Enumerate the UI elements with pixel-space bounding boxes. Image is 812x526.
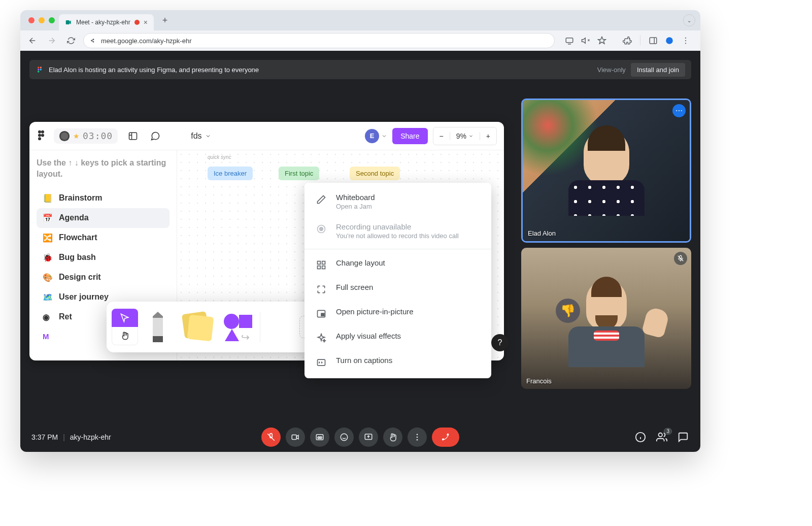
svg-point-13 [40,69,42,71]
record-icon [316,223,327,235]
reactions-button[interactable] [334,428,354,447]
maximize-window-icon[interactable] [49,17,55,23]
install-join-button[interactable]: Install and join [631,63,685,77]
chat-button[interactable] [677,431,689,443]
template-designcrit[interactable]: 🎨Design crit [37,268,170,287]
bookmark-icon[interactable] [596,35,607,46]
mute-tab-icon[interactable] [580,35,591,46]
close-window-icon[interactable] [28,17,35,23]
layout-panel-icon[interactable] [126,129,140,143]
comment-icon[interactable] [148,129,162,143]
present-button[interactable] [359,428,378,447]
template-bugbash[interactable]: 🐞Bug bash [37,248,170,268]
tile-options-icon[interactable]: ⋯ [672,104,686,117]
pip-icon [316,308,327,319]
shapes-tool[interactable]: ↪ [217,307,257,347]
profile-icon[interactable] [664,35,675,46]
svg-rect-22 [129,133,137,139]
timer-value: 03:00 [83,130,113,141]
participant-tile-elad[interactable]: ⋯ Elad Alon [521,98,691,243]
svg-point-24 [320,227,323,231]
cast-icon[interactable] [564,35,575,46]
topic-second[interactable]: Second topic [350,167,400,180]
zoom-level[interactable]: 9% [450,132,480,140]
template-flowchart[interactable]: 🔀Flowchart [37,228,170,248]
sticky-tool[interactable] [178,307,217,347]
browser-addressbar: meet.google.com/aky-hzpk-ehr [20,30,700,51]
browser-tabstrip: Meet - aky-hzpk-ehr × + ⌄ [20,10,700,30]
svg-point-15 [38,130,41,133]
menu-icon[interactable] [680,35,691,46]
tab-overflow-icon[interactable]: ⌄ [683,14,695,26]
new-tab-button[interactable]: + [158,13,172,27]
figma-timer[interactable]: ★ 03:00 [54,128,118,144]
svg-point-12 [38,69,40,71]
svg-rect-32 [292,435,296,440]
extensions-icon[interactable] [622,35,633,46]
close-tab-icon[interactable]: × [144,18,148,26]
mic-toggle-button[interactable] [261,428,281,447]
menu-pip[interactable]: Open picture-in-picture [304,301,491,325]
meet-bottombar: 3:37 PM | aky-hzpk-ehr CC 3 [20,422,700,452]
url-text: meet.google.com/aky-hzpk-ehr [101,37,191,45]
more-options-button[interactable] [408,428,427,447]
clock-time: 3:37 PM [31,433,58,441]
shapes-icon: ↪ [222,312,252,342]
browser-tab[interactable]: Meet - aky-hzpk-ehr × [59,14,154,30]
view-only-label: View-only [597,66,626,74]
help-button[interactable]: ? [491,334,509,351]
forward-button[interactable] [45,34,59,48]
menu-change-layout[interactable]: Change layout [304,252,491,277]
svg-point-6 [666,37,673,44]
hangup-button[interactable] [432,428,459,447]
participant-name: Elad Alon [528,229,556,237]
banner-text: Elad Alon is hosting an activity using F… [49,66,259,74]
minimize-window-icon[interactable] [39,17,45,23]
figma-doc-title[interactable]: fds [191,132,211,141]
pencil-tool[interactable] [138,307,178,347]
share-button[interactable]: Share [392,128,427,144]
zoom-in-button[interactable]: + [480,132,496,140]
camera-toggle-button[interactable] [286,428,305,447]
muted-icon [674,252,687,265]
map-icon: 🗺️ [43,292,53,302]
participant-tile-francois[interactable]: 👎 Francois [521,248,691,389]
topic-first[interactable]: First topic [279,167,319,180]
menu-fullscreen[interactable]: Full screen [304,277,491,301]
captions-icon [316,357,327,368]
recording-indicator-icon [134,20,140,25]
tab-title: Meet - aky-hzpk-ehr [76,19,130,26]
people-count-badge: 3 [664,428,672,435]
captions-button[interactable]: CC [310,428,329,447]
site-info-icon[interactable] [90,37,97,44]
video-tiles: ⋯ Elad Alon 👎 Francois [521,98,691,394]
fullscreen-icon [316,284,327,295]
template-agenda[interactable]: 📅Agenda [37,208,170,228]
sidebar-hint: Use the ↑ ↓ keys to pick a starting layo… [37,157,170,180]
raise-hand-button[interactable] [383,428,402,447]
chevron-down-icon [205,133,211,139]
select-tool[interactable] [112,309,138,345]
menu-whiteboard[interactable]: WhiteboardOpen a Jam [304,187,491,216]
url-field[interactable]: meet.google.com/aky-hzpk-ehr [83,33,555,48]
topic-icebreaker[interactable]: Ice breaker [208,167,253,180]
zoom-out-button[interactable]: − [433,132,450,140]
svg-point-7 [685,38,686,39]
meeting-details-button[interactable] [634,431,647,443]
figma-logo-icon[interactable] [37,130,46,142]
sidepanel-icon[interactable] [648,35,659,46]
people-button[interactable]: 3 [656,431,668,443]
meet-controls: CC [261,428,459,447]
reload-button[interactable] [64,34,78,48]
participant-name: Francois [526,377,552,385]
menu-visual-effects[interactable]: Apply visual effects [304,325,491,350]
template-brainstorm[interactable]: 📒Brainstorm [37,188,170,208]
back-button[interactable] [25,34,40,48]
more-options-menu: WhiteboardOpen a Jam Recording unavailab… [304,183,491,378]
svg-rect-25 [318,261,321,265]
menu-captions[interactable]: Turn on captions [304,350,491,374]
svg-point-35 [341,434,348,441]
pencil-icon [316,194,327,205]
avatar-dropdown[interactable]: E [365,129,387,143]
cursor-icon [120,313,130,323]
